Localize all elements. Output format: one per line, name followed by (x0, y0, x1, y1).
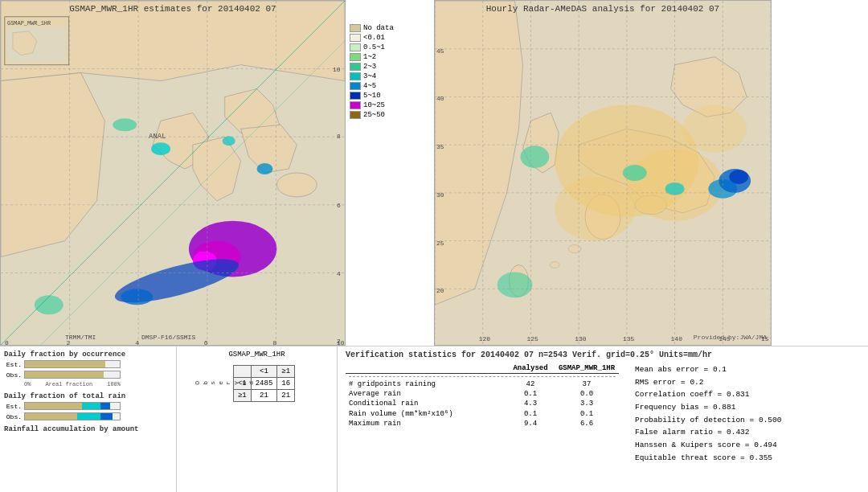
svg-point-18 (35, 295, 63, 314)
bar-section1-title: Daily fraction by occurrence (4, 351, 172, 359)
cont-row-label-ge1: ≥1 (233, 390, 251, 402)
svg-text:35: 35 (436, 143, 444, 150)
legend-label-2-3: 2~3 (363, 63, 376, 71)
svg-text:130: 130 (575, 335, 587, 342)
bar-est2-fill-blue (100, 403, 110, 409)
legend-color-lt001 (350, 34, 361, 42)
bar-obs-label1: Obs. (4, 371, 22, 379)
bar-est2-container (24, 402, 121, 410)
verif-row-avgrain: Average rain 0.1 0.0 (346, 389, 619, 399)
stat-ets: Equitable threat score = 0.355 (635, 452, 781, 465)
svg-text:20: 20 (436, 287, 444, 294)
verif-label-gridpoints: # gridpoints raining (346, 379, 506, 389)
bar-axis-0: 0% (24, 381, 31, 387)
bar-obs2-container (24, 412, 121, 420)
top-row: GSMAP_MWR_1HR estimates for 20140402 07 (0, 0, 868, 346)
legend-item-25-50: 25~50 (350, 111, 385, 119)
svg-point-6 (276, 173, 317, 197)
verif-table: Analysed GSMAP_MWR_1HR # gridpoints rain… (346, 363, 619, 428)
verif-row-gridpoints: # gridpoints raining 42 37 (346, 379, 619, 389)
bar-row-obs1: Obs. (4, 371, 172, 379)
bar-est1-fill (25, 361, 105, 367)
verif-label-avgrain: Average rain (346, 389, 506, 399)
stat-freq-bias: Frequency bias = 0.881 (635, 401, 781, 414)
verif-header-row: Analysed GSMAP_MWR_1HR (346, 363, 619, 374)
verif-val-rainvol-analysed: 0.1 (506, 408, 555, 419)
verif-val-gridpoints-analysed: 42 (506, 379, 555, 389)
legend-label-4-5: 4~5 (363, 82, 376, 90)
verif-label-rainvol: Rain volume (mm*km²x10⁶) (346, 408, 506, 419)
verif-val-maxrain-gsmap: 6.6 (555, 419, 619, 428)
bar-obs2-fill-blue (100, 413, 112, 420)
cont-cell-21a: 21 (251, 390, 277, 402)
left-map-svg: ANAL 0 2 4 6 8 10 2 4 6 8 (1, 1, 345, 345)
legend-item-5-10: 5~10 (350, 92, 381, 100)
cont-col-header-lt1: <1 (251, 366, 277, 378)
cont-row-ge1: ≥1 21 21 (233, 390, 294, 402)
legend-panel: No data <0.01 0.5~1 1~2 2~3 3~4 (346, 0, 426, 346)
svg-point-60 (683, 105, 747, 153)
stats-right-panel: Mean abs error = 0.1 RMS error = 0.2 Cor… (635, 363, 781, 464)
svg-point-11 (257, 163, 273, 174)
svg-text:10: 10 (333, 66, 341, 73)
legend-color-3-4 (350, 72, 361, 80)
legend-color-25-50 (350, 111, 361, 119)
verif-header-analysed: Analysed (506, 363, 555, 374)
legend-label-nodata: No data (363, 24, 394, 32)
verif-row-condrain: Conditional rain 4.3 3.3 (346, 399, 619, 408)
cont-cell-21b: 21 (277, 390, 295, 402)
bottom-middle-panel: GSMAP_MWR_1HR Observed <1 ≥1 (177, 346, 338, 492)
cont-col-header-ge1: ≥1 (277, 366, 295, 378)
legend-color-5-10 (350, 92, 361, 100)
legend-label-5-10: 5~10 (363, 92, 381, 100)
cont-cell-16: 16 (277, 378, 295, 390)
stat-mean-abs: Mean abs error = 0.1 (635, 363, 781, 376)
verif-label-condrain: Conditional rain (346, 399, 506, 408)
bar-axis-100: 100% (107, 381, 121, 387)
legend-item-3-4: 3~4 (350, 72, 376, 80)
verif-row-rainvol: Rain volume (mm*km²x10⁶) 0.1 0.1 (346, 408, 619, 419)
stat-far: False alarm ratio = 0.432 (635, 426, 781, 439)
bar-est2-fill-cyan (82, 403, 101, 409)
svg-text:25: 25 (436, 240, 444, 247)
bar-obs2-fill-tan (25, 413, 77, 420)
verif-val-avgrain-analysed: 0.1 (506, 389, 555, 399)
stat-rms: RMS error = 0.2 (635, 376, 781, 389)
legend-label-3-4: 3~4 (363, 72, 376, 80)
svg-point-58 (555, 177, 635, 241)
svg-point-17 (113, 118, 137, 131)
svg-text:8: 8 (337, 133, 341, 140)
legend-label-1-2: 1~2 (363, 53, 376, 61)
svg-text:125: 125 (526, 335, 538, 342)
verif-sep (346, 374, 619, 380)
bottom-right-inner: Verification statistics for 20140402 07 … (346, 351, 860, 488)
legend-item-lt001: <0.01 (350, 34, 385, 42)
contingency-inner: GSMAP_MWR_1HR Observed <1 ≥1 (181, 351, 333, 402)
verif-table-wrapper: Analysed GSMAP_MWR_1HR # gridpoints rain… (346, 363, 619, 464)
cont-header-row: <1 ≥1 (233, 366, 294, 378)
svg-text:6: 6 (204, 339, 208, 345)
verif-title: Verification statistics for 20140402 07 … (346, 351, 860, 359)
bar-obs1-container (24, 371, 121, 379)
provided-by-label: Provided by:JWA/JMA (694, 334, 767, 341)
bar-est2-fill-tan (25, 403, 82, 409)
bottom-row: Daily fraction by occurrence Est. Obs. 0… (0, 346, 868, 492)
stat-hk: Hanssen & Kuipers score = 0.494 (635, 439, 781, 452)
bar-axis1: 0% Areal fraction 100% (24, 381, 121, 387)
legend-color-10-25 (350, 101, 361, 109)
legend-color-nodata (350, 24, 361, 32)
legend-item-1-2: 1~2 (350, 53, 376, 61)
svg-point-67 (497, 272, 533, 297)
bar-axis-mid: Areal fraction (45, 381, 92, 387)
svg-point-65 (729, 170, 748, 184)
legend-color-2-3 (350, 63, 361, 71)
verif-val-avgrain-gsmap: 0.0 (555, 389, 619, 399)
svg-point-55 (568, 245, 581, 253)
legend-item-10-25: 10~25 (350, 101, 385, 109)
gsmap-header: GSMAP_MWR_1HR (228, 351, 285, 359)
legend-item-4-5: 4~5 (350, 82, 376, 90)
legend-color-1-2 (350, 53, 361, 61)
svg-point-9 (151, 142, 170, 155)
main-container: GSMAP_MWR_1HR estimates for 20140402 07 (0, 0, 868, 492)
svg-text:140: 140 (671, 335, 683, 342)
